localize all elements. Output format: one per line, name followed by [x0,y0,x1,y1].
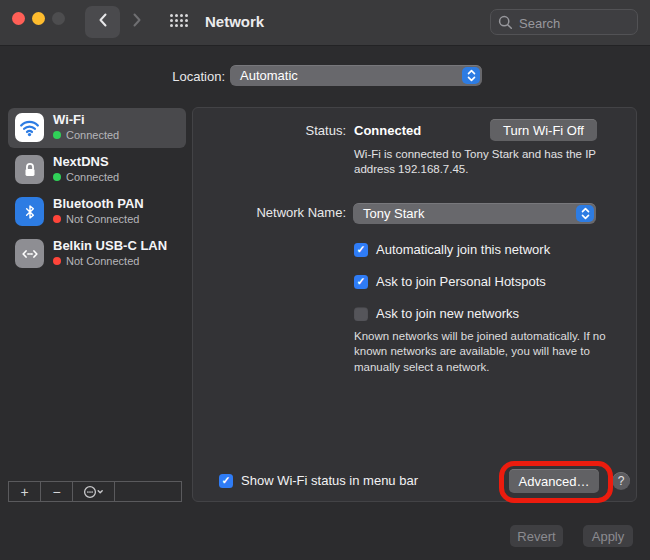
toolbar-spacer [115,482,181,501]
sidebar-item-wifi[interactable]: Wi-Fi Connected [8,108,186,148]
location-label: Location: [110,69,225,84]
menu-bar-status-row: Show Wi-Fi status in menu bar [219,473,418,488]
checkbox-label: Show Wi-Fi status in menu bar [241,473,418,488]
location-value: Automatic [240,68,298,83]
search-input[interactable] [517,11,636,35]
network-name-popup[interactable]: Tony Stark [353,203,596,224]
search-field [490,9,638,35]
sidebar-item-nextdns[interactable]: NextDNS Connected [8,150,186,190]
status-dot-green [53,131,61,139]
bluetooth-icon [15,197,44,226]
service-name: Wi-Fi [53,112,85,127]
popup-stepper-icon [462,67,480,84]
service-name: Belkin USB-C LAN [53,238,167,253]
checkbox-label: Automatically join this network [376,242,550,257]
status-label: Status: [193,123,346,138]
show-wifi-status-checkbox[interactable] [219,474,233,488]
service-status: Not Connected [53,255,139,267]
search-icon [498,15,513,34]
revert-button[interactable]: Revert [510,525,563,547]
back-button[interactable] [85,6,120,38]
sidebar-item-belkin-usb-c-lan[interactable]: Belkin USB-C LAN Not Connected [8,234,186,274]
service-status: Not Connected [53,213,139,225]
service-name: NextDNS [53,154,109,169]
page-title: Network [205,13,264,30]
new-networks-checkbox[interactable] [354,307,368,321]
add-service-button[interactable]: + [9,482,41,501]
minimize-button[interactable] [32,12,45,25]
network-name-value: Tony Stark [363,206,424,221]
network-preferences-window: Network Location: Automatic Wi-Fi Connec… [0,0,650,560]
checkbox-label: Ask to join new networks [376,306,519,321]
wifi-detail-panel: Status: Connected Turn Wi-Fi Off Wi-Fi i… [192,107,637,502]
service-status: Connected [53,171,119,183]
known-networks-note: Known networks will be joined automatica… [354,329,618,375]
action-menu-button[interactable] [73,482,115,501]
lock-icon [15,155,44,184]
apply-button[interactable]: Apply [583,525,633,547]
title-bar: Network [0,0,650,46]
checkbox-label: Ask to join Personal Hotspots [376,274,546,289]
chevron-right-icon [131,12,143,32]
advanced-button[interactable]: Advanced… [509,469,599,493]
status-dot-red [53,215,61,223]
popup-stepper-icon [576,205,594,222]
service-status: Connected [53,129,119,141]
ethernet-icon [15,239,44,268]
sidebar-item-bluetooth-pan[interactable]: Bluetooth PAN Not Connected [8,192,186,232]
status-description: Wi-Fi is connected to Tony Stark and has… [354,147,604,177]
status-dot-green [53,173,61,181]
service-name: Bluetooth PAN [53,196,144,211]
show-all-grid-icon[interactable] [170,14,188,27]
location-popup[interactable]: Automatic [230,65,482,86]
personal-hotspots-checkbox[interactable] [354,275,368,289]
status-dot-red [53,257,61,265]
service-list-toolbar: + − [8,481,182,502]
auto-join-checkbox[interactable] [354,243,368,257]
forward-button [122,6,152,38]
network-name-label: Network Name: [213,205,346,220]
status-value: Connected [354,123,421,138]
personal-hotspots-row: Ask to join Personal Hotspots [354,274,546,289]
ellipsis-circle-icon [83,484,105,500]
new-networks-row: Ask to join new networks [354,306,519,321]
remove-service-button[interactable]: − [41,482,73,501]
close-button[interactable] [12,12,25,25]
chevron-left-icon [97,12,109,32]
zoom-button-disabled [52,12,65,25]
auto-join-row: Automatically join this network [354,242,550,257]
help-button[interactable]: ? [612,472,630,490]
wifi-icon [15,113,44,142]
turn-wifi-off-button[interactable]: Turn Wi-Fi Off [490,119,597,141]
